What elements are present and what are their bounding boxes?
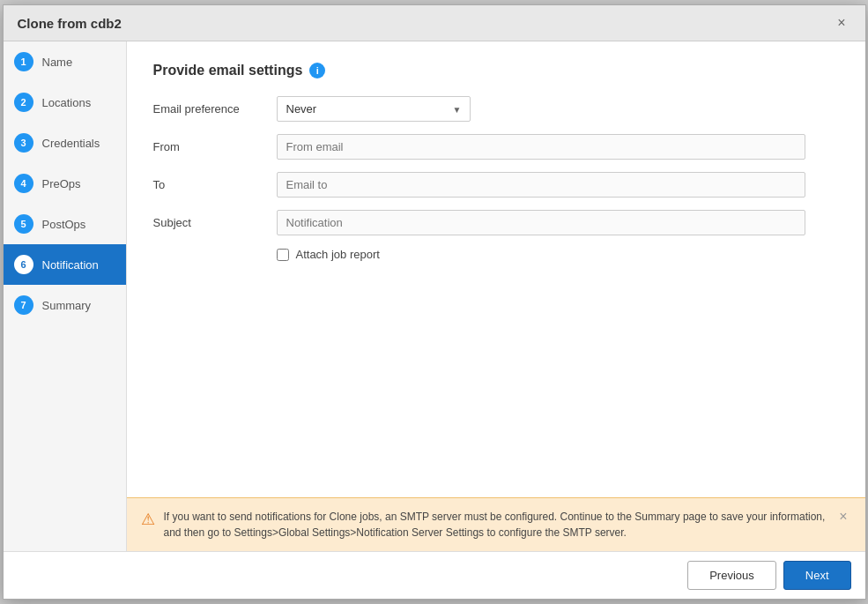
to-label: To	[153, 178, 277, 191]
warning-close-button[interactable]: ×	[835, 509, 850, 525]
step-badge-6: 6	[14, 255, 33, 274]
form-row-from: From	[153, 134, 839, 160]
step-badge-1: 1	[14, 52, 33, 71]
email-preference-label: Email preference	[153, 102, 277, 116]
sidebar-label-credentials: Credentials	[42, 137, 100, 150]
dialog-title: Clone from cdb2	[18, 16, 122, 31]
checkbox-row-attach: Attach job report	[153, 248, 839, 261]
next-button[interactable]: Next	[783, 561, 851, 590]
sidebar: 1 Name 2 Locations 3 Credentials 4 PreOp…	[4, 41, 127, 551]
main-content: Provide email settings i Email preferenc…	[127, 41, 865, 551]
from-control	[277, 134, 805, 160]
clone-dialog: Clone from cdb2 × 1 Name 2 Locations 3 C…	[3, 4, 866, 600]
step-badge-2: 2	[14, 93, 33, 112]
info-icon[interactable]: i	[309, 63, 325, 78]
step-badge-3: 3	[14, 133, 33, 153]
sidebar-label-preops: PreOps	[42, 177, 81, 190]
sidebar-label-summary: Summary	[42, 299, 92, 312]
from-label: From	[153, 140, 277, 153]
sidebar-label-notification: Notification	[42, 258, 99, 272]
subject-label: Subject	[153, 216, 277, 229]
content-area: Provide email settings i Email preferenc…	[127, 41, 865, 497]
to-control	[277, 172, 805, 198]
subject-input[interactable]	[277, 210, 805, 235]
sidebar-item-summary[interactable]: 7 Summary	[4, 285, 126, 325]
from-input[interactable]	[277, 134, 805, 160]
sidebar-label-postops: PostOps	[42, 218, 86, 231]
dialog-body: 1 Name 2 Locations 3 Credentials 4 PreOp…	[4, 41, 865, 551]
warning-icon: ⚠	[141, 510, 155, 529]
attach-job-report-label[interactable]: Attach job report	[296, 248, 380, 261]
step-badge-5: 5	[14, 214, 33, 234]
section-title-text: Provide email settings	[153, 63, 303, 78]
dialog-footer: Previous Next	[4, 551, 865, 599]
sidebar-label-name: Name	[42, 56, 73, 69]
sidebar-item-preops[interactable]: 4 PreOps	[4, 163, 126, 204]
form-row-subject: Subject	[153, 210, 839, 235]
form-row-email-preference: Email preference Never On Failure Always	[153, 96, 839, 122]
form-row-to: To	[153, 172, 839, 198]
step-badge-4: 4	[14, 174, 33, 193]
warning-text: If you want to send notifications for Cl…	[164, 509, 827, 541]
sidebar-item-postops[interactable]: 5 PostOps	[4, 204, 126, 244]
sidebar-label-locations: Locations	[42, 96, 92, 109]
subject-control	[277, 210, 805, 235]
section-title: Provide email settings i	[153, 63, 839, 78]
sidebar-item-credentials[interactable]: 3 Credentials	[4, 123, 126, 163]
close-button[interactable]: ×	[832, 14, 850, 32]
previous-button[interactable]: Previous	[687, 561, 776, 590]
email-preference-select[interactable]: Never On Failure Always	[277, 96, 471, 122]
sidebar-item-notification[interactable]: 6 Notification	[4, 244, 126, 285]
email-preference-wrapper: Never On Failure Always	[277, 96, 471, 122]
email-preference-control: Never On Failure Always	[277, 96, 805, 122]
to-input[interactable]	[277, 172, 805, 198]
attach-job-report-checkbox[interactable]	[277, 249, 289, 261]
warning-banner: ⚠ If you want to send notifications for …	[127, 497, 865, 551]
sidebar-item-name[interactable]: 1 Name	[4, 41, 126, 82]
dialog-header: Clone from cdb2 ×	[4, 5, 865, 41]
sidebar-item-locations[interactable]: 2 Locations	[4, 82, 126, 123]
step-badge-7: 7	[14, 295, 33, 315]
